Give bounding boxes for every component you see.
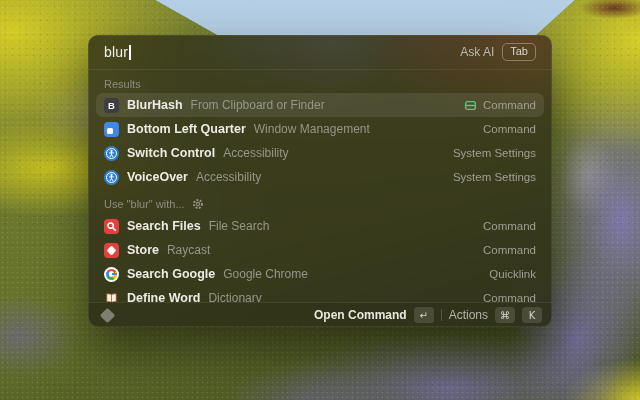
item-subtitle: Window Management	[254, 122, 370, 136]
return-key-icon: ↵	[414, 307, 434, 323]
window-bottom-left-quarter-icon	[104, 122, 119, 137]
item-title: Define Word	[127, 291, 200, 302]
item-title: BlurHash	[127, 98, 183, 112]
item-subtitle: From Clipboard or Finder	[191, 98, 325, 112]
results-list: ResultsBBlurHashFrom Clipboard or Finder…	[88, 70, 552, 302]
list-item[interactable]: Switch ControlAccessibilitySystem Settin…	[96, 141, 544, 165]
item-type-label: Command	[483, 244, 536, 256]
item-subtitle: Google Chrome	[223, 267, 308, 281]
item-subtitle: File Search	[209, 219, 270, 233]
blurhash-icon: B	[104, 98, 119, 113]
gear-icon[interactable]	[192, 197, 204, 212]
item-accessory: Command	[483, 244, 536, 256]
item-subtitle: Raycast	[167, 243, 210, 257]
list-item[interactable]: Search FilesFile SearchCommand	[96, 214, 544, 238]
item-accessory: Command	[464, 98, 536, 113]
accessibility-icon	[104, 170, 119, 185]
k-key-icon: K	[522, 307, 542, 323]
section-title: Use "blur" with...	[104, 198, 185, 210]
tab-key-badge: Tab	[502, 43, 536, 61]
item-type-label: Command	[483, 220, 536, 232]
footer-bar: Open Command ↵ Actions ⌘ K	[88, 302, 552, 327]
item-title: Search Files	[127, 219, 201, 233]
list-item[interactable]: Define WordDictionaryCommand	[96, 286, 544, 302]
item-accessory: System Settings	[453, 171, 536, 183]
item-title: Store	[127, 243, 159, 257]
item-title: VoiceOver	[127, 170, 188, 184]
text-caret	[129, 45, 131, 60]
item-subtitle: Dictionary	[208, 291, 261, 302]
green-card-icon	[464, 98, 477, 113]
command-key-icon: ⌘	[495, 307, 515, 323]
raycast-logo-icon	[100, 307, 116, 323]
item-accessory: Command	[483, 292, 536, 302]
section-title: Results	[104, 78, 141, 90]
item-type-label: Command	[483, 292, 536, 302]
actions-button[interactable]: Actions	[449, 308, 488, 322]
item-subtitle: Accessibility	[196, 170, 261, 184]
item-type-label: Command	[483, 123, 536, 135]
list-item[interactable]: StoreRaycastCommand	[96, 238, 544, 262]
section-header: Results	[96, 76, 544, 92]
dictionary-icon	[104, 291, 119, 303]
search-bar[interactable]: blur Ask AI Tab	[88, 35, 552, 69]
search-input[interactable]: blur	[104, 44, 128, 60]
item-type-label: System Settings	[453, 171, 536, 183]
list-item[interactable]: VoiceOverAccessibilitySystem Settings	[96, 165, 544, 189]
item-accessory: Quicklink	[489, 268, 536, 280]
item-title: Switch Control	[127, 146, 215, 160]
google-icon	[104, 267, 119, 282]
section-header: Use "blur" with...	[96, 196, 544, 212]
open-command-action[interactable]: Open Command	[314, 308, 407, 322]
item-accessory: Command	[483, 220, 536, 232]
file-search-icon	[104, 219, 119, 234]
item-accessory: Command	[483, 123, 536, 135]
list-item[interactable]: BBlurHashFrom Clipboard or FinderCommand	[96, 93, 544, 117]
footer-divider	[441, 309, 442, 321]
item-accessory: System Settings	[453, 147, 536, 159]
item-subtitle: Accessibility	[223, 146, 288, 160]
item-type-label: System Settings	[453, 147, 536, 159]
item-title: Search Google	[127, 267, 215, 281]
accessibility-icon	[104, 146, 119, 161]
item-type-label: Quicklink	[489, 268, 536, 280]
raycast-launcher-window: blur Ask AI Tab ResultsBBlurHashFrom Cli…	[88, 35, 552, 327]
item-type-label: Command	[483, 99, 536, 111]
ask-ai-label[interactable]: Ask AI	[460, 45, 494, 59]
raycast-store-icon	[104, 243, 119, 258]
list-item[interactable]: Search GoogleGoogle ChromeQuicklink	[96, 262, 544, 286]
item-title: Bottom Left Quarter	[127, 122, 246, 136]
list-item[interactable]: Bottom Left QuarterWindow ManagementComm…	[96, 117, 544, 141]
